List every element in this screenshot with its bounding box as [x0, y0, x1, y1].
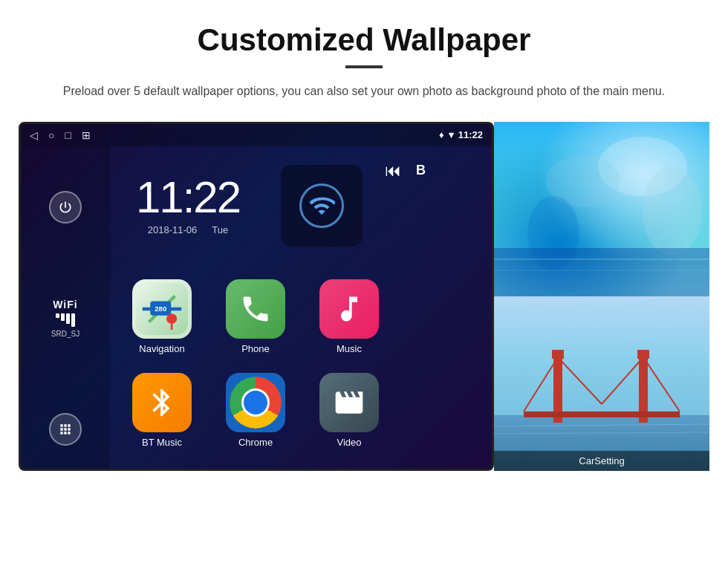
- back-nav-icon[interactable]: ◁: [30, 129, 38, 141]
- wifi-bar-4: [71, 313, 75, 327]
- svg-rect-24: [637, 350, 649, 359]
- chrome-label: Chrome: [238, 437, 273, 448]
- music-icon: [319, 279, 379, 339]
- video-label: Video: [337, 437, 361, 448]
- video-icon: [319, 373, 379, 432]
- chrome-circle: [230, 377, 282, 429]
- chrome-icon: [226, 373, 285, 432]
- widget-box: [281, 165, 363, 247]
- status-right: ♦ ▾ 11:22: [439, 129, 483, 140]
- app-item-navigation[interactable]: 280 Navigation: [117, 273, 207, 362]
- app-item-phone[interactable]: Phone: [211, 273, 300, 362]
- bluetooth-shortcut[interactable]: B: [416, 163, 426, 178]
- wifi-bar-1: [56, 313, 59, 318]
- wifi-ssid: SRD_SJ: [51, 330, 79, 338]
- wifi-status-icon: ▾: [449, 129, 454, 140]
- svg-point-8: [643, 166, 702, 256]
- shortcuts-area: ⏮ B: [385, 161, 426, 180]
- phone-label: Phone: [241, 343, 270, 354]
- power-button[interactable]: [49, 191, 82, 224]
- widget-area: [266, 146, 377, 265]
- navigation-icon: 280: [132, 279, 192, 339]
- home-nav-icon[interactable]: ○: [48, 129, 54, 141]
- wallpaper-panels: CarSetting: [494, 122, 709, 471]
- bridge-wallpaper-bg: [494, 296, 709, 471]
- apps-grid-button[interactable]: [49, 413, 82, 446]
- wifi-bar-3: [66, 313, 70, 324]
- car-setting-label: CarSetting: [494, 451, 709, 471]
- svg-point-5: [166, 313, 177, 324]
- wifi-info: WiFi SRD_SJ: [51, 299, 79, 338]
- side-panel: WiFi SRD_SJ: [21, 146, 110, 471]
- recents-nav-icon[interactable]: □: [65, 129, 71, 141]
- app-grid: 280 Navigation Phone: [110, 265, 401, 463]
- navigation-label: Navigation: [139, 343, 184, 354]
- page-container: Customized Wallpaper Preload over 5 defa…: [0, 0, 728, 563]
- svg-text:280: 280: [155, 305, 166, 313]
- status-time: 11:22: [458, 129, 483, 140]
- app-item-video[interactable]: Video: [305, 366, 394, 455]
- screenshot-nav-icon[interactable]: ⊞: [82, 129, 91, 141]
- signal-widget-icon: [299, 183, 344, 228]
- wifi-bars: [51, 313, 79, 327]
- title-divider: [345, 65, 383, 68]
- android-screen: ◁ ○ □ ⊞ ♦ ▾ 11:22 W: [19, 122, 494, 471]
- clock-date-value: 2018-11-06: [148, 224, 198, 235]
- svg-rect-18: [524, 411, 680, 417]
- phone-icon: [226, 279, 285, 339]
- music-label: Music: [337, 343, 362, 354]
- bt-music-label: BT Music: [142, 437, 182, 448]
- wifi-label: WiFi: [51, 299, 79, 310]
- wallpaper-ice[interactable]: [494, 122, 709, 296]
- clock-time: 11:22: [136, 175, 240, 220]
- clock-area: 11:22 2018-11-06 Tue: [110, 146, 266, 265]
- clock-day-value: Tue: [212, 224, 228, 235]
- wallpaper-bridge[interactable]: CarSetting: [494, 296, 709, 471]
- chrome-inner-circle: [241, 388, 270, 417]
- page-title: Customized Wallpaper: [198, 22, 531, 58]
- app-item-chrome[interactable]: Chrome: [211, 366, 300, 455]
- status-left: ◁ ○ □ ⊞: [30, 129, 91, 141]
- location-icon: ♦: [439, 129, 444, 140]
- app-item-music[interactable]: Music: [305, 273, 394, 362]
- device-wrapper: ◁ ○ □ ⊞ ♦ ▾ 11:22 W: [19, 122, 709, 471]
- status-bar: ◁ ○ □ ⊞ ♦ ▾ 11:22: [21, 124, 492, 146]
- svg-rect-11: [494, 248, 709, 296]
- app-item-bt-music[interactable]: BT Music: [117, 366, 207, 455]
- page-description: Preload over 5 default wallpaper options…: [63, 82, 665, 101]
- bt-music-icon: [132, 373, 192, 432]
- skip-back-shortcut[interactable]: ⏮: [385, 161, 401, 180]
- svg-rect-23: [552, 350, 564, 359]
- wifi-bar-2: [61, 313, 65, 321]
- clock-date: 2018-11-06 Tue: [148, 224, 228, 235]
